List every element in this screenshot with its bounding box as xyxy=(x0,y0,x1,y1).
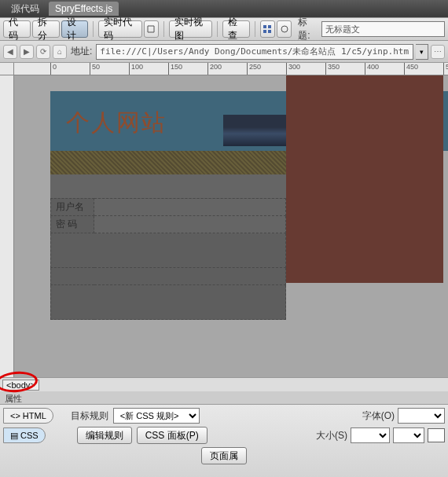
password-label-cell[interactable]: 密 码 xyxy=(51,216,94,233)
svg-rect-0 xyxy=(263,25,266,28)
spacer-cell[interactable] xyxy=(51,268,286,285)
svg-rect-1 xyxy=(268,25,271,28)
horizontal-ruler: 0 50 100 150 200 250 300 350 400 450 500 xyxy=(14,63,448,75)
divider xyxy=(255,21,255,37)
address-toolbar: ◀ ▶ ⟳ ⌂ 地址: ▾ ⋯ xyxy=(0,41,448,63)
spacer-cell xyxy=(50,174,286,198)
divider xyxy=(163,21,164,37)
title-bar: 源代码 SpryEffects.js xyxy=(0,0,448,17)
nav-home-icon[interactable]: ⌂ xyxy=(53,45,67,59)
live-code-options-icon[interactable] xyxy=(144,20,159,38)
ruler-tick: 500 xyxy=(443,63,448,75)
font-label: 字体(O) xyxy=(362,409,395,423)
svg-rect-3 xyxy=(268,30,271,33)
properties-header[interactable]: 属性 xyxy=(0,391,448,404)
tag-selector-bar: <body> xyxy=(0,377,448,391)
size-unit-select[interactable] xyxy=(393,427,424,443)
css-tab[interactable]: ▤ CSS xyxy=(3,427,46,443)
title-input[interactable] xyxy=(321,21,445,37)
size-label: 大小(S) xyxy=(316,429,347,442)
table-row[interactable] xyxy=(51,285,286,320)
left-column[interactable]: 用户名 密 码 xyxy=(50,174,286,320)
css-panel-button[interactable]: CSS 面板(P) xyxy=(137,427,207,444)
divider xyxy=(217,21,218,37)
size-select[interactable] xyxy=(351,427,390,443)
browse-icon[interactable]: ⋯ xyxy=(431,45,445,59)
ruler-tick: 50 xyxy=(90,63,100,75)
ruler-tick: 450 xyxy=(404,63,418,75)
spacer-cell[interactable] xyxy=(51,233,286,268)
right-column[interactable] xyxy=(286,75,443,283)
html-tab-icon: <> xyxy=(10,411,20,420)
tag-body[interactable]: <body> xyxy=(2,380,39,391)
target-rule-label: 目标规则 xyxy=(71,409,108,423)
target-rule-select[interactable]: <新 CSS 规则> xyxy=(113,408,200,424)
vertical-ruler xyxy=(0,75,14,377)
login-table[interactable]: 用户名 密 码 xyxy=(50,198,286,320)
address-dropdown-icon[interactable]: ▾ xyxy=(416,44,428,60)
ruler-tick: 250 xyxy=(247,63,261,75)
view-design-button[interactable]: 设计 xyxy=(61,20,89,38)
ruler-tick: 300 xyxy=(286,63,300,75)
svg-rect-2 xyxy=(263,30,266,33)
banner-image[interactable] xyxy=(223,115,286,146)
nav-forward-icon[interactable]: ▶ xyxy=(20,45,34,59)
banner-title[interactable]: 个人网站 xyxy=(50,91,223,151)
color-swatch[interactable] xyxy=(428,428,445,442)
canvas[interactable]: 个人网站 用户名 密 码 xyxy=(14,75,448,377)
ruler-tick: 200 xyxy=(207,63,222,75)
spacer-cell[interactable] xyxy=(51,285,286,320)
table-row[interactable]: 密 码 xyxy=(51,216,286,233)
nav-strip[interactable] xyxy=(50,151,286,174)
title-label: 标题: xyxy=(295,16,320,42)
table-row[interactable]: 用户名 xyxy=(51,199,286,216)
password-input-cell[interactable] xyxy=(94,216,286,233)
document-toolbar: 代码 拆分 设计 实时代码 实时视图 检查 标题: xyxy=(0,17,448,41)
view-split-button[interactable]: 拆分 xyxy=(32,20,60,38)
ruler-tick: 350 xyxy=(325,63,340,75)
html-tab[interactable]: <> HTML xyxy=(3,408,53,424)
ruler-tick: 400 xyxy=(365,63,379,75)
nav-refresh-icon[interactable]: ⟳ xyxy=(36,45,50,59)
design-area: 0 50 100 150 200 250 300 350 400 450 500… xyxy=(0,63,448,377)
edit-rule-button[interactable]: 编辑规则 xyxy=(77,427,132,444)
table-row[interactable] xyxy=(51,268,286,285)
banner[interactable]: 个人网站 xyxy=(50,91,448,151)
ruler-tick: 100 xyxy=(129,63,143,75)
ruler-tick: 0 xyxy=(50,63,57,75)
page-properties-button[interactable]: 页面属 xyxy=(201,447,247,464)
table-row[interactable] xyxy=(51,233,286,268)
html-tab-label: HTML xyxy=(23,411,46,420)
font-select[interactable] xyxy=(398,408,445,424)
ruler-corner xyxy=(0,63,14,75)
address-input[interactable] xyxy=(96,44,413,60)
view-code-button[interactable]: 代码 xyxy=(3,20,31,38)
address-label: 地址: xyxy=(69,45,94,58)
tab-file[interactable]: SpryEffects.js xyxy=(49,2,119,16)
live-code-button[interactable]: 实时代码 xyxy=(98,20,142,38)
nav-back-icon[interactable]: ◀ xyxy=(3,45,17,59)
ruler-tick: 150 xyxy=(168,63,182,75)
visual-aids-icon[interactable] xyxy=(277,20,292,38)
svg-point-4 xyxy=(281,26,288,32)
divider xyxy=(93,21,94,37)
css-tab-icon: ▤ xyxy=(10,431,18,441)
tab-source[interactable]: 源代码 xyxy=(5,1,46,17)
multiscreen-icon[interactable] xyxy=(260,20,275,38)
live-view-button[interactable]: 实时视图 xyxy=(169,20,213,38)
username-input-cell[interactable] xyxy=(94,199,286,216)
properties-panel: <> HTML 目标规则 <新 CSS 规则> 字体(O) ▤ CSS 编辑规则… xyxy=(0,404,448,477)
username-label-cell[interactable]: 用户名 xyxy=(51,199,94,216)
page-body[interactable]: 个人网站 用户名 密 码 xyxy=(50,91,448,320)
css-tab-label: CSS xyxy=(20,431,39,440)
inspect-button[interactable]: 检查 xyxy=(222,20,250,38)
